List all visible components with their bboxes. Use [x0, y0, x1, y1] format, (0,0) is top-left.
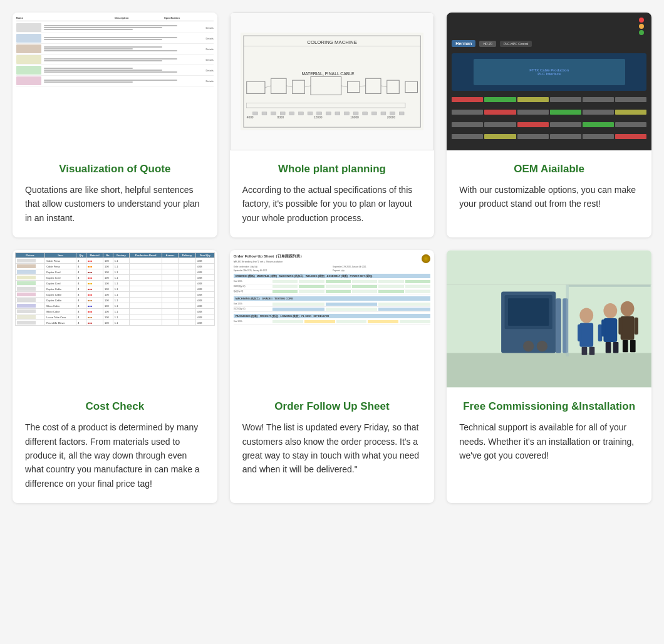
svg-rect-25 [252, 112, 257, 115]
card-image-cost: Picture Item Qty Material No. Factory Pr… [13, 250, 217, 388]
svg-rect-36 [353, 112, 358, 115]
svg-rect-26 [262, 112, 267, 115]
svg-rect-28 [280, 112, 285, 115]
svg-rect-62 [606, 342, 611, 353]
card-body-order: Order Follow Up Sheet Wow! The list is u… [230, 388, 435, 503]
svg-rect-56 [582, 347, 588, 355]
svg-point-52 [580, 308, 594, 323]
card-order-follow-up: Order Follow Up Sheet（订单跟踪列表） MK-80 Stra… [230, 250, 435, 503]
svg-rect-69 [630, 340, 636, 353]
svg-rect-57 [589, 347, 595, 355]
card-body-plant: Whole plant planning According to the ac… [230, 150, 435, 237]
svg-rect-31 [308, 112, 313, 115]
svg-text:12000: 12000 [314, 115, 323, 118]
svg-rect-32 [317, 112, 322, 115]
svg-rect-60 [601, 319, 606, 336]
card-image-oem: Herman HR-70 PLC-HPC Control FTTX Cable … [447, 13, 651, 150]
svg-rect-41 [399, 112, 404, 115]
card-image-commission [447, 250, 651, 388]
card-text-cost: The cost of a product is determined by m… [25, 420, 205, 491]
card-body-oem: OEM Aiailable With our customizable opti… [447, 150, 651, 237]
svg-point-48 [523, 341, 534, 351]
card-title-plant: Whole plant planning [242, 163, 422, 175]
card-free-commissioning: Free Commissioning &Installation Technic… [447, 250, 651, 503]
card-grid: Name Description Specification Details [13, 13, 651, 503]
card-title-oem: OEM Aiailable [459, 163, 639, 175]
svg-rect-33 [326, 112, 331, 115]
svg-rect-35 [344, 112, 349, 115]
svg-rect-27 [271, 112, 276, 115]
card-body-commission: Free Commissioning &Installation Technic… [447, 388, 651, 503]
svg-rect-63 [613, 342, 619, 353]
card-text-oem: With our customizable options, you can m… [459, 183, 639, 211]
svg-rect-50 [556, 299, 562, 353]
svg-text:COLORING MACHINE: COLORING MACHINE [307, 39, 357, 45]
svg-rect-71 [569, 285, 651, 287]
svg-rect-40 [390, 112, 395, 115]
svg-rect-38 [371, 112, 376, 115]
svg-point-49 [537, 341, 547, 351]
svg-text:4000: 4000 [247, 115, 254, 118]
card-title-order: Order Follow Up Sheet [242, 400, 422, 413]
svg-text:8000: 8000 [277, 115, 284, 118]
svg-rect-66 [619, 318, 623, 335]
card-text-plant: According to the actual specifications o… [242, 183, 422, 225]
svg-point-58 [604, 303, 618, 318]
svg-rect-68 [623, 340, 628, 353]
card-text-order: Wow! The list is updated every Friday, s… [242, 420, 422, 477]
card-oem-available: Herman HR-70 PLC-HPC Control FTTX Cable … [447, 13, 651, 237]
card-body-cost: Cost Check The cost of a product is dete… [13, 388, 217, 503]
card-whole-plant-planning: COLORING MACHINE MATERIAL, FINALL CABLE [230, 13, 435, 237]
svg-text:16000: 16000 [350, 115, 359, 118]
card-image-quote: Name Description Specification Details [13, 13, 217, 150]
card-image-order: Order Follow Up Sheet（订单跟踪列表） MK-80 Stra… [230, 250, 435, 388]
svg-rect-67 [635, 318, 639, 335]
card-body-quote: Visualization of Quote Quotations are li… [13, 150, 217, 237]
svg-text:MATERIAL, FINALL CABLE: MATERIAL, FINALL CABLE [301, 71, 355, 76]
card-text-commission: Technical support is available for all o… [459, 420, 639, 462]
svg-rect-34 [335, 112, 340, 115]
svg-rect-29 [289, 112, 294, 115]
card-title-cost: Cost Check [25, 400, 205, 413]
svg-rect-0 [241, 33, 423, 130]
card-image-plant: COLORING MACHINE MATERIAL, FINALL CABLE [230, 13, 435, 150]
svg-rect-47 [508, 299, 549, 326]
svg-point-64 [621, 301, 635, 316]
svg-rect-37 [363, 112, 368, 115]
card-text-quote: Quotations are like short, helpful sente… [25, 183, 205, 225]
svg-text:20000: 20000 [387, 115, 396, 118]
svg-rect-54 [578, 325, 582, 341]
card-title-quote: Visualization of Quote [25, 163, 205, 175]
svg-rect-43 [447, 353, 651, 387]
card-visualization-of-quote: Name Description Specification Details [13, 13, 217, 237]
svg-rect-70 [566, 285, 569, 356]
card-cost-check: Picture Item Qty Material No. Factory Pr… [13, 250, 217, 503]
svg-rect-39 [381, 112, 386, 115]
svg-rect-30 [298, 112, 303, 115]
card-title-commission: Free Commissioning &Installation [459, 400, 639, 413]
